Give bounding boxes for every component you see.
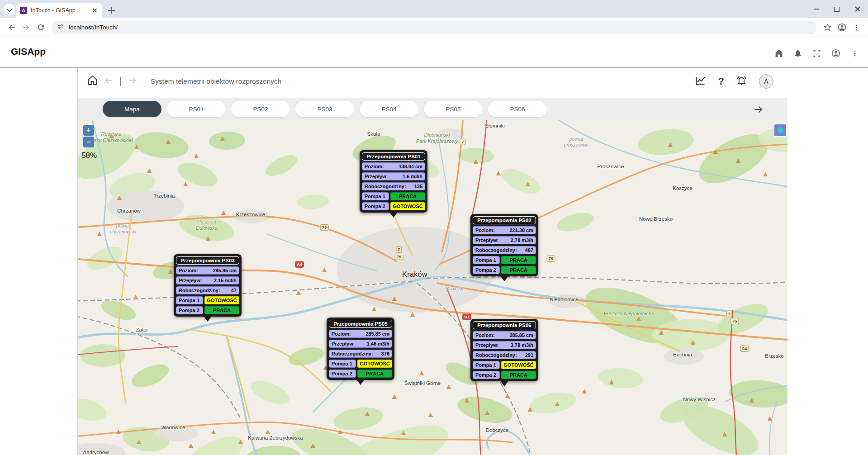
tab-search-button[interactable] — [4, 4, 15, 15]
home-outline-icon[interactable] — [86, 74, 99, 88]
layers-button[interactable] — [774, 124, 787, 137]
pump-status-badge: GOTOWOŚĆ — [357, 360, 392, 368]
fullscreen-icon[interactable] — [810, 48, 824, 59]
map-road-shield: 7 — [396, 246, 402, 253]
pump-status-badge: PRACA — [501, 266, 536, 274]
home-icon[interactable] — [772, 48, 786, 59]
popup-row-pompa-1: Pompa 1GOTOWOŚĆ — [176, 296, 239, 304]
tab-ps04[interactable]: PS04 — [360, 101, 418, 117]
pump-status-badge: PRACA — [390, 192, 425, 200]
popup-row-poziom-: Poziom:285.85 cm — [176, 266, 239, 275]
content-header: System telemetrii obiektów rozproszonych… — [78, 68, 787, 98]
tab-ps02[interactable]: PS02 — [231, 101, 290, 117]
row-value: 2.78 m3/h — [511, 237, 533, 243]
maximize-button[interactable] — [826, 0, 847, 18]
new-tab-button[interactable] — [107, 5, 117, 15]
row-value: 285.85 cm — [365, 331, 389, 337]
site-info-icon[interactable] — [57, 23, 64, 32]
popup-title: Przepompownia PS03 — [176, 256, 239, 265]
row-value: 2.15 m3/h — [214, 278, 237, 283]
url-text: localhost/InTouch/ — [69, 24, 118, 31]
nav-separator — [120, 77, 121, 86]
popup-row-poziom-: Poziom:221.38 cm — [473, 226, 536, 234]
reload-icon[interactable] — [33, 20, 48, 35]
row-label: Przepływ: — [365, 174, 388, 179]
popup-row-roboczogodziny-: Roboczogodziny:135 — [362, 182, 425, 190]
row-label: Roboczogodziny: — [475, 247, 517, 253]
popup-row-pompa-1: Pompa 1GOTOWOŚĆ — [473, 361, 536, 369]
app-header: GISApp — [0, 37, 868, 68]
back-icon[interactable] — [5, 20, 19, 35]
popup-row-pompa-2: Pompa 2GOTOWOŚĆ — [362, 202, 425, 210]
browser-toolbar: localhost/InTouch/ — [0, 18, 868, 37]
tab-ps03[interactable]: PS03 — [295, 101, 354, 117]
row-value: 487 — [525, 247, 533, 253]
station-popup-ps05[interactable]: Przepompownia PS05Poziom:285.85 cmPrzepł… — [327, 318, 394, 380]
minimize-button[interactable] — [806, 0, 826, 18]
user-avatar[interactable]: A — [759, 74, 773, 89]
tab-ps05[interactable]: PS05 — [424, 101, 483, 117]
window-close-button[interactable] — [847, 0, 868, 18]
app-menu-icon[interactable] — [848, 48, 862, 59]
zoom-out-button[interactable]: − — [83, 137, 94, 147]
station-popup-ps03[interactable]: Przepompownia PS03Poziom:285.85 cmPrzepł… — [174, 254, 242, 317]
row-label: Poziom: — [179, 268, 198, 273]
row-label: Roboczogodziny: — [475, 352, 517, 358]
trends-chart-icon[interactable] — [694, 75, 707, 89]
pump-status-badge: PRACA — [357, 370, 392, 378]
popup-row-roboczogodziny-: Roboczogodziny:487 — [473, 246, 536, 254]
notifications-icon[interactable] — [791, 48, 805, 59]
browser-profile-icon[interactable] — [835, 20, 849, 35]
page-title: System telemetrii obiektów rozproszonych — [151, 77, 281, 85]
browser-menu-icon[interactable] — [849, 20, 863, 35]
tab-close-icon[interactable] — [91, 7, 99, 14]
alarm-bell-icon[interactable] — [736, 75, 747, 88]
zoom-in-button[interactable]: + — [83, 125, 94, 136]
help-icon[interactable]: ? — [718, 76, 724, 87]
row-label: Poziom: — [332, 331, 351, 337]
popup-row-pompa-2: Pompa 2PRACA — [473, 371, 536, 379]
station-popup-ps06[interactable]: Przepompownia PS06Poziom:285.85 cmPrzepł… — [470, 319, 538, 381]
popup-pointer — [500, 381, 508, 386]
popup-row-roboczogodziny-: Roboczogodziny:291 — [473, 351, 536, 359]
tab-mapa[interactable]: Mapa — [103, 101, 161, 117]
row-value: 291 — [525, 352, 533, 358]
popup-row-przep-yw-: Przepływ:3.78 m3/h — [473, 341, 536, 349]
row-label: Przepływ: — [475, 342, 498, 348]
map-road-shield: 94 — [740, 346, 749, 352]
row-value: 47 — [231, 288, 237, 293]
window-controls — [806, 0, 868, 18]
pump-status-badge: PRACA — [501, 371, 536, 379]
row-value: 3.78 m3/h — [511, 342, 533, 348]
account-icon[interactable] — [829, 48, 843, 59]
forward-icon[interactable] — [19, 20, 33, 35]
popup-pointer — [204, 316, 212, 322]
tab-ps06[interactable]: PS06 — [488, 101, 547, 117]
tab-ps01[interactable]: PS01 — [167, 101, 226, 117]
pump-label: Pompa 2 — [473, 371, 500, 379]
nav-forward-icon[interactable] — [128, 75, 138, 87]
browser-window: A InTouch - GISApp localhost/InTouch/ — [0, 0, 868, 455]
nav-back-icon[interactable] — [103, 75, 114, 87]
row-label: Przepływ: — [179, 278, 202, 283]
pump-label: Pompa 2 — [329, 370, 356, 378]
pump-label: Pompa 1 — [329, 360, 356, 368]
view-tabs: MapaPS01PS02PS03PS04PS05PS06 — [78, 98, 787, 120]
popup-pointer — [356, 379, 365, 385]
station-popup-ps02[interactable]: Przepompownia PS02Poziom:221.38 cmPrzepł… — [470, 214, 538, 276]
station-popup-ps01[interactable]: Przepompownia PS01Poziom:138.04 cmPrzepł… — [360, 150, 427, 213]
row-label: Roboczogodziny: — [332, 351, 373, 356]
pump-label: Pompa 2 — [473, 266, 500, 274]
pump-status-badge: GOTOWOŚĆ — [390, 202, 425, 210]
row-label: Roboczogodziny: — [365, 184, 406, 189]
tabs-scroll-right-icon[interactable] — [753, 104, 764, 117]
row-value: 1.6 m3/h — [403, 174, 422, 179]
row-value: 376 — [381, 351, 389, 356]
bookmark-star-icon[interactable] — [820, 20, 835, 35]
map-view[interactable]: KrakówTrzebiniaChrzanówKrzeszowiceSkałaS… — [78, 120, 787, 455]
row-value: 135 — [414, 184, 422, 189]
popup-row-pompa-2: Pompa 2PRACA — [329, 370, 392, 378]
pump-label: Pompa 2 — [362, 202, 389, 210]
url-bar[interactable]: localhost/InTouch/ — [52, 21, 816, 34]
browser-tab[interactable]: A InTouch - GISApp — [16, 3, 102, 18]
